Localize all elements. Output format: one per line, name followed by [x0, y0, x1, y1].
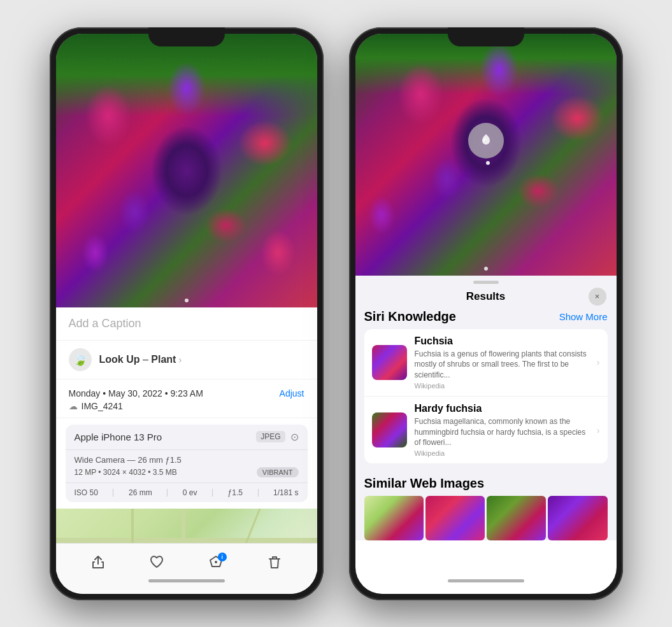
caption-area[interactable]: Add a Caption: [56, 307, 317, 341]
right-phone: Results × Siri Knowledge Show More: [349, 27, 623, 600]
fuchsia-source: Wikipedia: [415, 382, 592, 390]
share-button[interactable]: [91, 555, 105, 573]
camera-badges: JPEG ⊙: [256, 431, 298, 443]
jpeg-badge: JPEG: [256, 431, 285, 442]
visual-lookup-dot: [486, 161, 490, 165]
hardy-thumbnail: [372, 412, 407, 447]
exif-divider4: [258, 489, 259, 497]
right-home-indicator: [448, 579, 524, 582]
photo-image: [56, 34, 317, 307]
leaf-icon: 🍃: [73, 353, 87, 367]
camera-specs: 12 MP • 3024 × 4032 • 3.5 MB: [75, 468, 177, 477]
camera-info-box: Apple iPhone 13 Pro JPEG ⊙ Wide Camera —…: [66, 425, 308, 502]
fuchsia-description: Fuchsia is a genus of flowering plants t…: [415, 349, 592, 381]
exif-divider: [113, 489, 113, 497]
lookup-type: Plant: [151, 354, 176, 365]
meta-row: Monday • May 30, 2022 • 9:23 AM Adjust ☁…: [56, 379, 317, 418]
web-images-grid: [364, 496, 608, 540]
toolbar: i: [56, 543, 317, 594]
show-more-button[interactable]: Show More: [559, 311, 608, 322]
cloud-icon: ☁: [69, 401, 78, 411]
hardy-text: Hardy fuchsia Fuchsia magellanica, commo…: [415, 403, 592, 457]
right-phone-screen: Results × Siri Knowledge Show More: [355, 34, 617, 594]
fuchsia-name: Fuchsia: [415, 335, 592, 347]
camera-header: Apple iPhone 13 Pro JPEG ⊙: [66, 425, 308, 450]
shutter-value: 1/181 s: [273, 488, 298, 497]
close-button[interactable]: ×: [589, 288, 606, 306]
lookup-label: Look Up – Plant: [99, 354, 176, 365]
iso-value: ISO 50: [75, 488, 98, 497]
web-images-section: Similar Web Images: [355, 470, 617, 540]
visual-lookup-button[interactable]: [468, 123, 504, 159]
favorite-button[interactable]: [150, 555, 164, 573]
fuchsia-text: Fuchsia Fuchsia is a genus of flowering …: [415, 335, 592, 390]
lookup-row[interactable]: 🍃 Look Up – Plant ›: [56, 341, 317, 379]
left-phone-screen: Add a Caption 🍃 Look Up – Plant › Monday…: [56, 34, 317, 594]
caption-placeholder: Add a Caption: [69, 317, 141, 330]
results-header: Results ×: [355, 284, 617, 309]
camera-wide: Wide Camera — 26 mm ƒ1.5: [75, 455, 299, 465]
hardy-chevron-icon: ›: [597, 425, 600, 435]
fuchsia-chevron-icon: ›: [597, 357, 600, 367]
siri-knowledge-section: Siri Knowledge Show More Fuchsia Fuchsia…: [355, 309, 617, 470]
info-button[interactable]: i: [209, 555, 223, 573]
adjust-button[interactable]: Adjust: [280, 388, 304, 398]
photo-date: Monday • May 30, 2022 • 9:23 AM: [69, 388, 203, 398]
location-icon[interactable]: ⊙: [290, 431, 299, 443]
knowledge-item-fuchsia[interactable]: Fuchsia Fuchsia is a genus of flowering …: [364, 329, 608, 397]
filename-label: IMG_4241: [82, 401, 123, 411]
focal-value: 26 mm: [129, 488, 152, 497]
page-indicator-dot: [185, 299, 189, 302]
delete-button[interactable]: [268, 555, 282, 573]
fuchsia-thumbnail: [372, 345, 407, 380]
siri-knowledge-title: Siri Knowledge: [364, 309, 456, 324]
right-photo-image: [355, 34, 617, 276]
knowledge-item-hardy-fuchsia[interactable]: Hardy fuchsia Fuchsia magellanica, commo…: [364, 397, 608, 463]
lookup-label-bold: Look Up: [99, 354, 140, 365]
hardy-name: Hardy fuchsia: [415, 403, 592, 414]
home-indicator: [148, 579, 225, 582]
web-image-1[interactable]: [364, 496, 424, 540]
photo-info-panel: Add a Caption 🍃 Look Up – Plant › Monday…: [56, 307, 317, 572]
camera-name: Apple iPhone 13 Pro: [75, 432, 162, 442]
web-image-2[interactable]: [425, 496, 485, 540]
camera-detail-row: Wide Camera — 26 mm ƒ1.5 12 MP • 3024 × …: [66, 450, 308, 483]
aperture-value: ƒ1.5: [228, 488, 243, 497]
exif-divider2: [167, 489, 168, 497]
ev-value: 0 ev: [183, 488, 197, 497]
vibrant-badge: VIBRANT: [257, 467, 299, 477]
section-header: Siri Knowledge Show More: [364, 309, 608, 324]
web-image-4[interactable]: [548, 496, 607, 540]
lookup-chevron-icon: ›: [178, 355, 182, 365]
web-images-title: Similar Web Images: [364, 476, 608, 491]
info-badge: i: [218, 553, 227, 561]
exif-row: ISO 50 26 mm 0 ev ƒ1.5 1/181 s: [66, 483, 308, 502]
close-icon: ×: [595, 292, 600, 301]
hardy-description: Fuchsia magellanica, commonly known as t…: [415, 416, 592, 448]
exif-divider3: [212, 489, 213, 497]
results-title: Results: [466, 290, 505, 303]
svg-point-6: [215, 561, 217, 563]
left-phone: Add a Caption 🍃 Look Up – Plant › Monday…: [50, 27, 324, 600]
hardy-source: Wikipedia: [415, 449, 592, 457]
flower-overlay: [56, 34, 317, 307]
web-image-3[interactable]: [487, 496, 546, 540]
right-page-indicator: [484, 267, 488, 271]
results-panel: Results × Siri Knowledge Show More: [355, 276, 617, 541]
knowledge-card: Fuchsia Fuchsia is a genus of flowering …: [364, 329, 608, 464]
lookup-icon-circle: 🍃: [69, 348, 92, 371]
